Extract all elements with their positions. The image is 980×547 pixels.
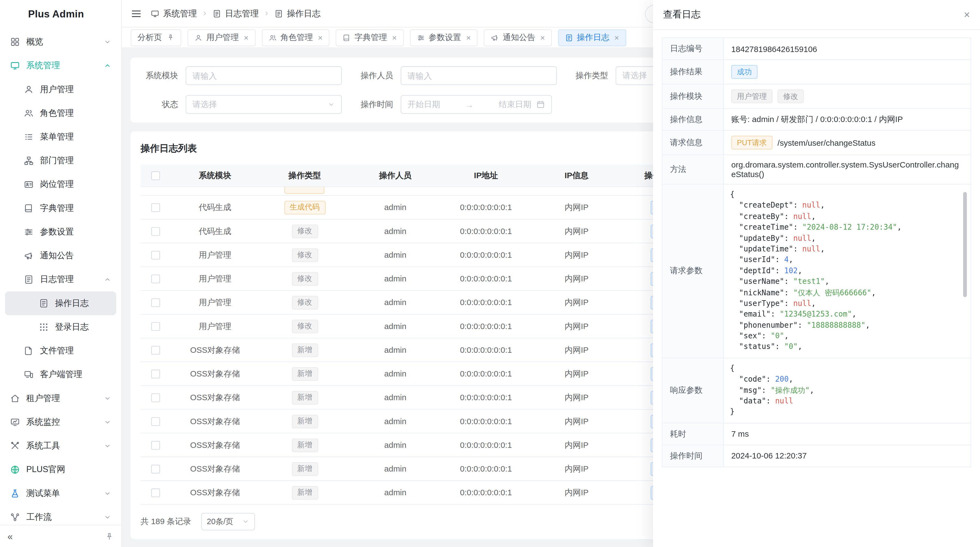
sidebar-item[interactable]: 部门管理 <box>5 149 116 172</box>
sidebar-item[interactable]: 字典管理 <box>5 196 116 220</box>
sidebar-item[interactable]: 用户管理 <box>5 78 116 101</box>
sidebar-item[interactable]: 系统监控 <box>5 410 116 434</box>
tab-item[interactable]: 分析页 <box>130 29 181 46</box>
date-range-picker[interactable]: 开始日期 → 结束日期 <box>401 95 552 114</box>
cell-ip-info: 内网IP <box>531 416 622 427</box>
row-checkbox[interactable] <box>151 393 160 402</box>
sidebar-item[interactable]: 系统工具 <box>5 434 116 458</box>
tab-item[interactable]: 角色管理× <box>262 29 329 46</box>
descriptions-text: 7 ms <box>731 429 749 439</box>
row-checkbox[interactable] <box>151 345 160 354</box>
app-logo-icon <box>9 8 22 22</box>
sidebar-item[interactable]: PLUS官网 <box>5 458 116 482</box>
sliders-icon <box>417 33 425 41</box>
sidebar-item[interactable]: 参数设置 <box>5 220 116 244</box>
sidebar-item[interactable]: 通知公告 <box>5 244 116 268</box>
select-all-checkbox[interactable] <box>151 171 160 180</box>
breadcrumb-label: 日志管理 <box>225 8 259 19</box>
sidebar-item[interactable]: 文件管理 <box>5 339 116 363</box>
row-checkbox[interactable] <box>151 203 160 212</box>
operation-type-badge: 新增 <box>291 367 318 381</box>
row-checkbox[interactable] <box>151 322 160 330</box>
module-input[interactable] <box>186 66 342 85</box>
calendar-icon <box>536 100 545 109</box>
operation-type-badge: 新增 <box>291 414 318 428</box>
cell-operator: admin <box>350 226 441 236</box>
cell-ip: 0:0:0:0:0:0:0:1 <box>441 416 531 426</box>
sidebar-item[interactable]: 工作流 <box>5 506 116 525</box>
cell-ip: 0:0:0:0:0:0:0:1 <box>441 345 531 354</box>
drawer-title: 查看日志 <box>663 9 701 21</box>
cell-module: 代码生成 <box>171 226 259 237</box>
tab-close-icon[interactable]: × <box>614 33 619 41</box>
breadcrumb-item[interactable]: 系统管理 <box>151 8 197 19</box>
row-checkbox[interactable] <box>151 226 160 235</box>
book-icon <box>343 33 351 41</box>
operator-filter-label: 操作人员 <box>356 70 393 81</box>
home-icon <box>10 393 20 403</box>
tab-item[interactable]: 通知公告× <box>484 29 552 46</box>
sidebar-item[interactable]: 客户端管理 <box>5 363 116 386</box>
cell-ip-info: 内网IP <box>531 344 622 356</box>
breadcrumb-item[interactable]: 日志管理 <box>213 8 259 19</box>
tab-close-icon[interactable]: × <box>243 33 248 41</box>
tab-active[interactable]: 操作日志× <box>558 29 626 46</box>
row-checkbox[interactable] <box>151 274 160 283</box>
sidebar-item[interactable]: 菜单管理 <box>5 125 116 149</box>
tab-close-icon[interactable]: × <box>392 33 397 41</box>
descriptions-value: { "createDept": null, "createBy": null, … <box>724 184 971 358</box>
row-checkbox[interactable] <box>151 488 160 497</box>
tab-item[interactable]: 字典管理× <box>336 29 403 46</box>
sidebar-item[interactable]: 概览 <box>5 30 116 54</box>
screen-icon <box>10 417 20 427</box>
menu-list-icon <box>24 132 34 142</box>
operation-type-badge: 新增 <box>291 438 318 452</box>
tab-item[interactable]: 参数设置× <box>410 29 478 46</box>
sidebar-item-label: 角色管理 <box>40 108 74 119</box>
tab-close-icon[interactable]: × <box>318 33 323 41</box>
row-checkbox[interactable] <box>151 440 160 449</box>
row-checkbox[interactable] <box>151 417 160 426</box>
tab-close-icon[interactable]: × <box>466 33 471 41</box>
sidebar-item-label: 工作流 <box>26 512 51 523</box>
module-badge: 用户管理 <box>731 89 773 103</box>
cell-ip: 0:0:0:0:0:0:0:1 <box>441 298 531 307</box>
row-checkbox[interactable] <box>151 298 160 307</box>
operation-type-badge: 生成代码 <box>284 201 325 214</box>
close-icon[interactable]: × <box>964 9 970 20</box>
page-size-select[interactable]: 20条/页 <box>201 513 255 530</box>
tab-item[interactable]: 用户管理× <box>188 29 255 46</box>
sidebar-item[interactable]: 登录日志 <box>5 315 116 339</box>
descriptions-value: 成功 <box>724 60 971 84</box>
cell-operator: admin <box>350 321 441 331</box>
http-method-badge: PUT请求 <box>731 136 773 150</box>
user-icon <box>24 85 34 94</box>
status-select[interactable]: 请选择 <box>186 95 342 114</box>
pin-icon[interactable] <box>167 34 175 41</box>
cell-module: 用户管理 <box>171 249 259 260</box>
row-checkbox[interactable] <box>151 464 160 473</box>
sidebar-item[interactable]: 日志管理 <box>5 268 116 292</box>
status-filter-label: 状态 <box>141 99 178 110</box>
sidebar-item[interactable]: 测试菜单 <box>5 482 116 506</box>
log-icon <box>24 274 34 285</box>
sidebar-item[interactable]: 岗位管理 <box>5 173 116 196</box>
breadcrumb-item[interactable]: 操作日志 <box>274 8 321 19</box>
menu-toggle-icon[interactable] <box>130 8 142 19</box>
scrollbar-thumb[interactable] <box>963 192 967 297</box>
row-checkbox[interactable] <box>151 250 160 259</box>
collapse-sidebar-button[interactable]: « <box>8 532 13 541</box>
operator-input[interactable] <box>401 66 557 85</box>
sidebar-item-label: 测试菜单 <box>26 488 60 499</box>
row-checkbox[interactable] <box>151 369 160 378</box>
sidebar-item-label: 系统管理 <box>26 60 60 71</box>
cell-module: OSS对象存储 <box>171 344 259 356</box>
chevron-right-icon <box>263 10 270 17</box>
sidebar-item[interactable]: 操作日志 <box>5 292 116 315</box>
sidebar-item[interactable]: 系统管理 <box>5 54 116 77</box>
sidebar-item[interactable]: 租户管理 <box>5 386 116 410</box>
pin-sidebar-icon[interactable] <box>105 532 114 541</box>
tab-close-icon[interactable]: × <box>540 33 545 41</box>
sidebar-item[interactable]: 角色管理 <box>5 101 116 125</box>
descriptions-text: 账号: admin / 研发部门 / 0:0:0:0:0:0:0:1 / 内网I… <box>731 114 903 125</box>
